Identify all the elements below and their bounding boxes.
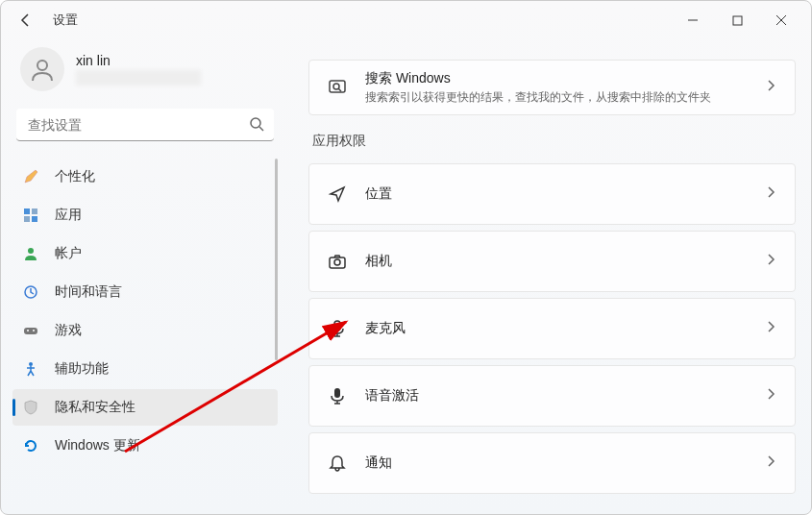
sidebar-item-gaming[interactable]: 游戏 [12, 312, 278, 349]
sidebar-item-accounts[interactable]: 帐户 [12, 235, 278, 272]
svg-rect-21 [334, 388, 340, 398]
window-controls [671, 5, 803, 36]
sidebar-scrollbar[interactable] [275, 159, 278, 360]
card-title: 麦克风 [365, 320, 747, 337]
svg-line-17 [338, 88, 341, 91]
card-location[interactable]: 位置 [308, 163, 796, 225]
search-windows-icon [327, 78, 348, 97]
search-input[interactable] [16, 109, 274, 141]
nav: 个性化 应用 帐户 时间和语言 游戏 [9, 159, 282, 464]
card-title: 语音激活 [365, 387, 747, 405]
svg-rect-1 [733, 16, 742, 25]
card-subtitle: 搜索索引以获得更快的结果，查找我的文件，从搜索中排除的文件夹 [365, 89, 747, 106]
profile-email-blurred [76, 70, 201, 86]
card-search-windows[interactable]: 搜索 Windows 搜索索引以获得更快的结果，查找我的文件，从搜索中排除的文件… [308, 60, 796, 115]
account-icon [22, 246, 39, 261]
close-icon [775, 14, 787, 26]
arrow-left-icon [18, 12, 34, 28]
update-icon [22, 438, 39, 454]
close-button[interactable] [759, 5, 803, 36]
sidebar-item-label: 辅助功能 [55, 360, 109, 378]
chevron-right-icon [764, 185, 777, 203]
sidebar-item-label: 应用 [55, 207, 82, 224]
svg-point-9 [28, 248, 34, 254]
sidebar-item-time-language[interactable]: 时间和语言 [12, 274, 278, 310]
svg-rect-6 [32, 208, 37, 214]
search-box[interactable] [16, 109, 274, 141]
svg-point-19 [334, 259, 340, 265]
camera-icon [327, 252, 348, 271]
person-icon [28, 55, 57, 84]
sidebar-item-privacy[interactable]: 隐私和安全性 [12, 389, 278, 426]
sidebar: xin lin 个性化 应用 [1, 39, 289, 514]
card-notifications[interactable]: 通知 [308, 432, 796, 494]
card-voice-activation[interactable]: 语音激活 [308, 365, 796, 427]
main-content: 隐私和安全性 搜索 Windows 搜索索引以获得更快的结果，查找我的文件，从搜… [289, 39, 811, 514]
accessibility-icon [22, 361, 39, 377]
search-icon [249, 116, 264, 135]
section-label: 应用权限 [312, 133, 796, 150]
body: xin lin 个性化 应用 [1, 39, 811, 514]
sidebar-item-label: 个性化 [55, 168, 95, 185]
minimize-button[interactable] [671, 5, 715, 36]
svg-rect-11 [24, 328, 37, 334]
svg-rect-8 [32, 216, 37, 222]
chevron-right-icon [764, 387, 777, 405]
sidebar-item-label: 时间和语言 [55, 283, 122, 301]
svg-point-3 [251, 118, 260, 128]
maximize-button[interactable] [715, 5, 759, 36]
svg-point-14 [29, 362, 33, 366]
app-title: 设置 [53, 12, 78, 29]
clock-globe-icon [22, 284, 39, 300]
minimize-icon [687, 14, 699, 26]
apps-icon [22, 208, 39, 223]
chevron-right-icon [764, 454, 777, 472]
chevron-right-icon [764, 320, 777, 337]
svg-point-12 [33, 330, 35, 331]
card-camera[interactable]: 相机 [308, 231, 796, 292]
sidebar-item-accessibility[interactable]: 辅助功能 [12, 351, 278, 387]
microphone-icon [327, 319, 348, 338]
svg-line-4 [259, 127, 263, 131]
chevron-right-icon [764, 253, 777, 270]
svg-point-2 [37, 61, 47, 70]
card-title: 通知 [365, 454, 747, 472]
sidebar-item-personalization[interactable]: 个性化 [12, 159, 278, 195]
maximize-icon [732, 15, 743, 26]
page-title: 隐私和安全性 [308, 39, 796, 42]
sidebar-item-label: 游戏 [55, 322, 82, 339]
svg-rect-5 [24, 208, 30, 214]
shield-icon [22, 400, 39, 415]
card-microphone[interactable]: 麦克风 [308, 298, 796, 359]
titlebar: 设置 [1, 1, 811, 39]
card-text: 搜索 Windows 搜索索引以获得更快的结果，查找我的文件，从搜索中排除的文件… [365, 70, 747, 106]
sidebar-item-apps[interactable]: 应用 [12, 197, 278, 233]
settings-window: 设置 xin lin [0, 0, 812, 515]
svg-rect-15 [330, 81, 345, 92]
sidebar-item-label: Windows 更新 [55, 437, 140, 454]
bell-icon [327, 454, 348, 473]
card-title: 搜索 Windows [365, 70, 747, 87]
sidebar-item-windows-update[interactable]: Windows 更新 [12, 428, 278, 464]
profile-name: xin lin [76, 53, 201, 68]
profile[interactable]: xin lin [9, 39, 282, 99]
gamepad-icon [22, 323, 39, 338]
sidebar-item-label: 帐户 [55, 245, 82, 262]
back-button[interactable] [9, 3, 43, 37]
card-title: 位置 [365, 185, 747, 203]
voice-activation-icon [327, 386, 348, 405]
svg-rect-20 [334, 321, 340, 331]
profile-text: xin lin [76, 53, 201, 86]
paintbrush-icon [22, 169, 39, 184]
location-icon [327, 184, 348, 204]
sidebar-item-label: 隐私和安全性 [55, 399, 135, 416]
avatar [20, 47, 64, 91]
chevron-right-icon [764, 79, 777, 96]
svg-rect-7 [24, 216, 30, 222]
card-title: 相机 [365, 253, 747, 270]
svg-point-13 [27, 330, 29, 331]
